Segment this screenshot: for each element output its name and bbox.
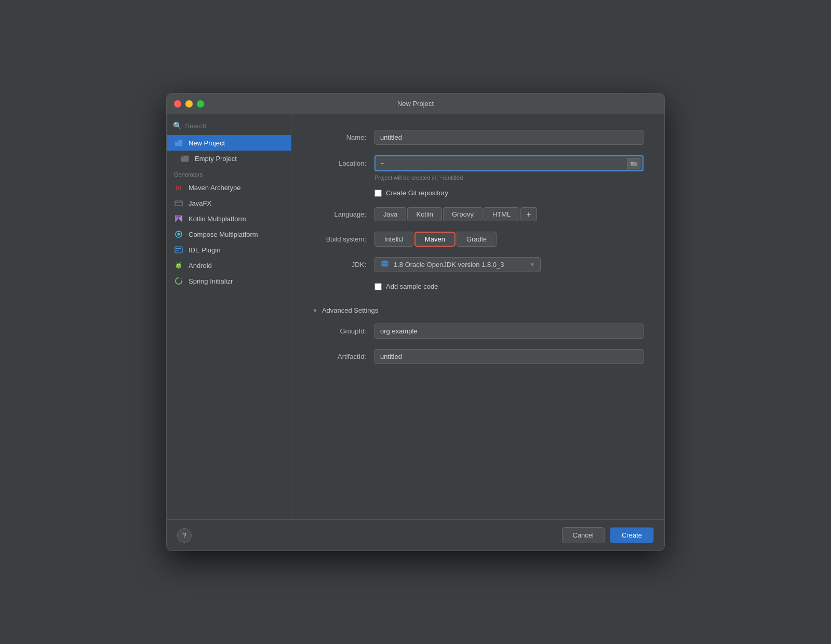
svg-point-17	[179, 264, 180, 265]
new-project-dialog: New Project 🔍 New Project	[166, 93, 665, 551]
jdk-dropdown[interactable]: 1.8 Oracle OpenJDK version 1.8.0_3 ▼	[374, 257, 541, 272]
svg-point-24	[381, 264, 388, 267]
advanced-toggle-icon: ▼	[312, 307, 318, 314]
kotlin-icon	[174, 214, 183, 223]
android-icon	[174, 261, 183, 270]
svg-rect-4	[175, 201, 182, 206]
location-hint: Project will be created in: ~/untitled	[374, 175, 644, 181]
sidebar-item-label: Spring Initializr	[189, 277, 233, 285]
language-label: Language:	[312, 210, 374, 218]
sidebar-item-label: New Project	[189, 139, 225, 147]
location-input[interactable]	[374, 155, 644, 171]
title-bar: New Project	[167, 93, 664, 114]
jdk-db-icon	[380, 260, 390, 269]
sidebar-item-label: Android	[189, 262, 212, 270]
sidebar: 🔍 New Project	[167, 114, 291, 519]
sidebar-item-empty-project[interactable]: Empty Project	[167, 151, 291, 166]
git-label[interactable]: Create Git repository	[386, 189, 448, 197]
jdk-value-text: 1.8 Oracle OpenJDK version 1.8.0_3	[394, 261, 526, 269]
groupid-row: GroupId:	[312, 324, 644, 339]
help-button[interactable]: ?	[177, 528, 192, 543]
browse-folder-button[interactable]	[627, 158, 640, 169]
minimize-button[interactable]	[185, 100, 193, 108]
sidebar-item-label: Kotlin Multiplatform	[189, 215, 246, 223]
sidebar-item-spring-initializr[interactable]: Spring Initializr	[167, 273, 291, 289]
sidebar-item-label: Maven Archetype	[189, 184, 240, 192]
build-gradle-button[interactable]: Gradle	[457, 232, 497, 247]
footer-left: ?	[177, 528, 192, 543]
advanced-settings-header[interactable]: ▼ Advanced Settings	[312, 306, 644, 314]
language-kotlin-button[interactable]: Kotlin	[407, 207, 442, 221]
dialog-title: New Project	[397, 100, 434, 108]
groupid-input[interactable]	[374, 324, 644, 339]
svg-rect-15	[176, 265, 181, 267]
maven-icon: m	[174, 183, 183, 192]
new-project-icon	[174, 138, 183, 147]
sample-code-label[interactable]: Add sample code	[386, 283, 438, 290]
close-button[interactable]	[174, 100, 181, 108]
sidebar-item-android[interactable]: Android	[167, 258, 291, 273]
artifactid-row: ArtifactId:	[312, 349, 644, 364]
sidebar-item-label: JavaFX	[189, 199, 211, 207]
language-groovy-button[interactable]: Groovy	[443, 207, 482, 221]
sidebar-item-label: IDE Plugin	[189, 246, 220, 254]
main-content: Name: Location: Project will be created	[291, 114, 664, 519]
cancel-button[interactable]: Cancel	[562, 527, 605, 543]
svg-point-16	[177, 264, 178, 265]
svg-rect-13	[176, 250, 179, 251]
svg-point-10	[178, 233, 180, 236]
language-java-button[interactable]: Java	[374, 207, 406, 221]
jdk-row: JDK: 1.8 Oracle OpenJDK version 1.8.0_3 …	[312, 257, 644, 272]
language-add-button[interactable]: +	[520, 207, 537, 221]
language-row: Language: Java Kotlin Groovy HTML +	[312, 207, 644, 221]
location-row: Location:	[312, 155, 644, 171]
jdk-dropdown-arrow: ▼	[530, 262, 535, 267]
search-bar[interactable]: 🔍	[167, 118, 291, 133]
empty-project-icon	[180, 154, 190, 163]
sidebar-item-compose-multiplatform[interactable]: Compose Multiplatform	[167, 226, 291, 242]
compose-icon	[174, 230, 183, 239]
spring-icon	[174, 276, 183, 286]
javafx-icon	[174, 198, 183, 208]
svg-rect-12	[176, 248, 181, 249]
svg-line-18	[177, 262, 177, 263]
language-button-group: Java Kotlin Groovy HTML +	[374, 207, 537, 221]
sidebar-item-ide-plugin[interactable]: IDE Plugin	[167, 242, 291, 258]
sidebar-item-label: Empty Project	[195, 155, 237, 163]
svg-rect-3	[181, 156, 184, 157]
build-system-button-group: IntelliJ Maven Gradle	[374, 232, 497, 247]
sample-code-row: Add sample code	[374, 283, 644, 290]
dialog-footer: ? Cancel Create	[167, 519, 664, 551]
section-divider	[312, 301, 644, 301]
name-row: Name:	[312, 130, 644, 145]
svg-rect-21	[631, 162, 633, 164]
sidebar-item-label: Compose Multiplatform	[189, 231, 258, 238]
location-input-wrap	[374, 155, 644, 171]
sidebar-item-new-project[interactable]: New Project	[167, 135, 291, 151]
create-button[interactable]: Create	[610, 527, 654, 543]
sidebar-item-maven-archetype[interactable]: m Maven Archetype	[167, 180, 291, 195]
generators-section-label: Generators	[167, 166, 291, 180]
name-label: Name:	[312, 133, 374, 141]
svg-rect-1	[175, 140, 178, 142]
search-input[interactable]	[185, 122, 285, 130]
build-system-row: Build system: IntelliJ Maven Gradle	[312, 232, 644, 247]
dialog-body: 🔍 New Project	[167, 114, 664, 519]
jdk-label: JDK:	[312, 261, 374, 269]
build-intellij-button[interactable]: IntelliJ	[374, 232, 413, 247]
language-html-button[interactable]: HTML	[484, 207, 519, 221]
maximize-button[interactable]	[197, 100, 204, 108]
sample-code-checkbox[interactable]	[374, 283, 382, 290]
groupid-label: GroupId:	[312, 327, 374, 335]
build-maven-button[interactable]: Maven	[414, 232, 455, 247]
build-system-label: Build system:	[312, 235, 374, 243]
name-input[interactable]	[374, 130, 644, 145]
git-checkbox[interactable]	[374, 190, 382, 197]
search-icon: 🔍	[173, 122, 182, 130]
location-label: Location:	[312, 159, 374, 167]
footer-right: Cancel Create	[562, 527, 654, 543]
artifactid-label: ArtifactId:	[312, 353, 374, 360]
sidebar-item-kotlin-multiplatform[interactable]: Kotlin Multiplatform	[167, 211, 291, 226]
artifactid-input[interactable]	[374, 349, 644, 364]
sidebar-item-javafx[interactable]: JavaFX	[167, 195, 291, 211]
